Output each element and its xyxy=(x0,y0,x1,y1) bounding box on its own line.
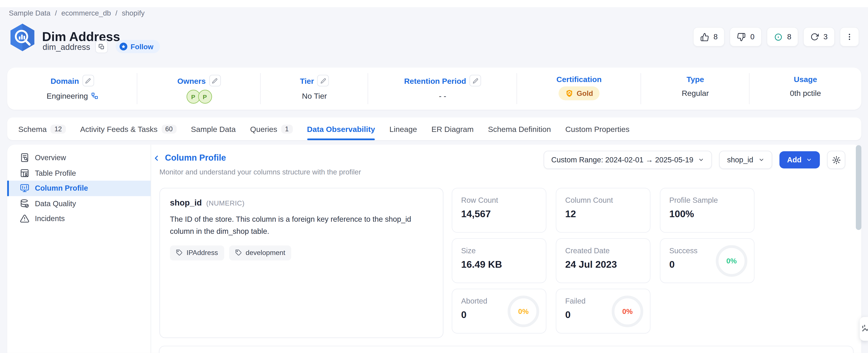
aborted-percent-ring: 0% xyxy=(507,295,539,327)
breadcrumb-link-schema[interactable]: shopify xyxy=(122,9,145,17)
stat-card-profile-sample: Profile Sample 100% xyxy=(660,188,754,233)
edit-owners-button[interactable] xyxy=(209,75,221,86)
tab-count: 12 xyxy=(51,124,66,133)
add-button[interactable]: Add xyxy=(779,151,820,169)
table-profile-icon xyxy=(20,168,29,178)
tab-count: 1 xyxy=(281,124,292,133)
sidebar-item-column-profile[interactable]: Column Profile xyxy=(7,181,151,196)
edit-tier-button[interactable] xyxy=(317,75,329,86)
stat-card-size: Size 16.49 KB xyxy=(452,238,547,283)
watch-count: 8 xyxy=(787,33,791,41)
star-icon xyxy=(120,43,127,51)
version-count: 3 xyxy=(823,33,828,41)
kebab-menu-icon xyxy=(845,33,854,41)
tier-label: Tier xyxy=(300,76,314,85)
certification-label: Certification xyxy=(557,75,602,84)
breadcrumb-separator: / xyxy=(55,9,57,17)
bigquery-service-icon xyxy=(8,23,37,52)
type-value: Regular xyxy=(682,89,709,97)
settings-button[interactable] xyxy=(827,151,845,169)
certification-value: Gold xyxy=(577,89,593,97)
pencil-icon xyxy=(320,78,326,84)
downvote-button[interactable]: 0 xyxy=(730,27,762,47)
vertical-scrollbar[interactable] xyxy=(856,145,862,230)
domain-link-icon xyxy=(91,93,98,99)
gear-icon xyxy=(832,155,841,164)
edit-domain-button[interactable] xyxy=(83,75,94,86)
column-name: shop_id xyxy=(170,198,202,207)
tab-queries[interactable]: Queries1 xyxy=(250,117,293,140)
info-usage: Usage 0th pctile xyxy=(750,67,861,110)
stat-card-created-date: Created Date 24 Jul 2023 xyxy=(556,238,651,283)
breadcrumb-separator: / xyxy=(115,9,117,17)
info-domain: Domain Engineering xyxy=(7,67,137,110)
stat-card-aborted: Aborted 0 0% xyxy=(452,289,547,333)
column-profile-back-link[interactable]: Column Profile xyxy=(152,153,226,163)
info-type: Type Regular xyxy=(641,67,750,110)
tab-er-diagram[interactable]: ER Diagram xyxy=(431,117,474,140)
tab-count: 60 xyxy=(161,124,177,133)
follow-button[interactable]: Follow xyxy=(116,40,160,53)
entity-row: dim_address Follow xyxy=(43,40,160,53)
tab-data-observability[interactable]: Data Observability xyxy=(307,117,375,140)
avatar[interactable]: P xyxy=(198,90,212,104)
date-range-dropdown[interactable]: Custom Range: 2024-02-01 → 2025-05-19 xyxy=(544,151,712,169)
tab-sample-data[interactable]: Sample Data xyxy=(191,117,236,140)
tag-chip[interactable]: IPAddress xyxy=(170,245,224,260)
tab-lineage[interactable]: Lineage xyxy=(389,117,417,140)
breadcrumb: Sample Data / ecommerce_db / shopify xyxy=(9,9,145,17)
follow-label: Follow xyxy=(130,42,153,51)
domain-value[interactable]: Engineering xyxy=(46,91,98,100)
pencil-icon xyxy=(472,78,478,84)
tab-activity-feeds[interactable]: Activity Feeds & Tasks60 xyxy=(80,117,177,140)
header-actions: 8 0 8 3 xyxy=(693,27,859,47)
column-profile-icon xyxy=(20,183,29,193)
tier-value: No Tier xyxy=(302,91,327,100)
version-refresh-icon xyxy=(811,33,819,41)
upvote-count: 8 xyxy=(714,33,718,41)
stat-card-row-count: Row Count 14,567 xyxy=(452,188,547,233)
breadcrumb-link-service[interactable]: Sample Data xyxy=(9,9,51,17)
sidebar-item-overview[interactable]: Overview xyxy=(7,150,151,166)
observability-sidebar: Overview Table Profile Column Profile Da… xyxy=(7,145,151,353)
thumbs-down-icon xyxy=(737,32,746,41)
tag-icon xyxy=(235,249,242,256)
chevron-left-icon xyxy=(152,154,160,162)
floating-widget-button[interactable] xyxy=(860,317,868,341)
thumbs-up-icon xyxy=(700,32,709,41)
column-tags: IPAddress development xyxy=(170,245,433,260)
copy-name-button[interactable] xyxy=(95,40,108,53)
data-quality-icon xyxy=(20,199,29,208)
column-selector-dropdown[interactable]: shop_id xyxy=(719,151,772,169)
tag-icon xyxy=(176,249,183,256)
version-history-button[interactable]: 3 xyxy=(804,27,835,47)
tab-schema[interactable]: Schema12 xyxy=(18,117,66,140)
incidents-warning-icon xyxy=(20,214,29,224)
profile-stats-grid: Row Count 14,567 Column Count 12 Profile… xyxy=(452,188,754,333)
type-label: Type xyxy=(687,75,704,84)
more-options-button[interactable] xyxy=(840,27,859,47)
watch-button[interactable]: 8 xyxy=(767,27,799,47)
sidebar-item-incidents[interactable]: Incidents xyxy=(7,211,151,227)
tab-custom-properties[interactable]: Custom Properties xyxy=(565,117,630,140)
sidebar-item-table-profile[interactable]: Table Profile xyxy=(7,166,151,181)
entity-tabs: Schema12 Activity Feeds & Tasks60 Sample… xyxy=(7,117,861,140)
pencil-icon xyxy=(86,78,91,84)
tab-schema-definition[interactable]: Schema Definition xyxy=(488,117,551,140)
stat-card-success: Success 0 0% xyxy=(660,238,754,283)
chevron-down-icon xyxy=(806,157,812,163)
upvote-button[interactable]: 8 xyxy=(693,27,725,47)
tag-chip[interactable]: development xyxy=(229,245,291,260)
failed-percent-ring: 0% xyxy=(612,295,643,327)
info-tier: Tier No Tier xyxy=(261,67,368,110)
edit-retention-button[interactable] xyxy=(469,75,481,86)
watch-eye-icon xyxy=(774,32,783,41)
breadcrumb-link-database[interactable]: ecommerce_db xyxy=(61,9,111,17)
domain-label: Domain xyxy=(51,76,79,85)
sidebar-item-data-quality[interactable]: Data Quality xyxy=(7,196,151,211)
stat-card-column-count: Column Count 12 xyxy=(556,188,651,233)
info-retention: Retention Period - - xyxy=(368,67,517,110)
pencil-icon xyxy=(212,78,218,84)
floating-widget-icon xyxy=(861,323,868,334)
entity-info-bar: Domain Engineering Owners P P Tier xyxy=(7,67,861,110)
